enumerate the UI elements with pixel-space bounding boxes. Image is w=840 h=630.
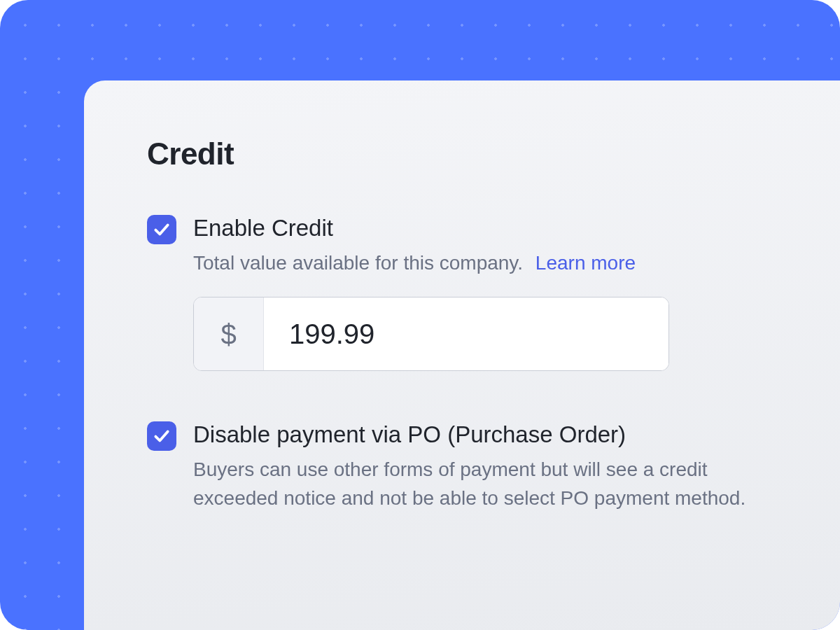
background-frame: Credit Enable Credit Total value availab…: [0, 0, 840, 630]
enable-credit-body: Enable Credit Total value available for …: [193, 214, 784, 371]
credit-amount-input-group: $: [193, 297, 669, 371]
section-title: Credit: [147, 136, 784, 172]
disable-po-label: Disable payment via PO (Purchase Order): [193, 420, 784, 450]
enable-credit-description-text: Total value available for this company.: [193, 252, 523, 274]
check-icon: [153, 220, 171, 239]
disable-po-body: Disable payment via PO (Purchase Order) …: [193, 420, 784, 512]
credit-amount-input[interactable]: [264, 298, 668, 370]
learn-more-link[interactable]: Learn more: [536, 252, 636, 274]
enable-credit-description: Total value available for this company. …: [193, 249, 784, 278]
enable-credit-option: Enable Credit Total value available for …: [147, 214, 784, 371]
credit-settings-panel: Credit Enable Credit Total value availab…: [84, 80, 840, 630]
currency-prefix: $: [194, 298, 264, 370]
enable-credit-checkbox[interactable]: [147, 215, 176, 244]
disable-po-checkbox[interactable]: [147, 421, 176, 451]
enable-credit-label: Enable Credit: [193, 214, 784, 244]
disable-po-option: Disable payment via PO (Purchase Order) …: [147, 420, 784, 512]
check-icon: [153, 427, 171, 445]
disable-po-description: Buyers can use other forms of payment bu…: [193, 456, 784, 512]
